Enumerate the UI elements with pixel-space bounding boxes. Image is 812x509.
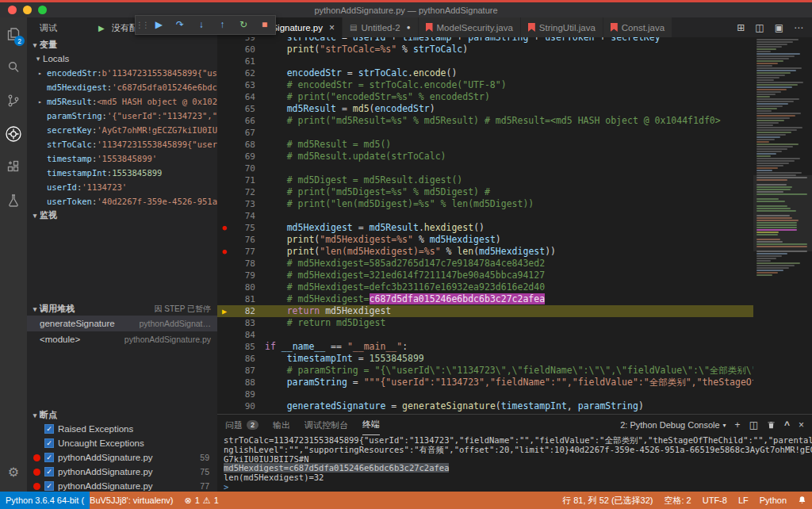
continue-icon[interactable]: ▶ <box>148 16 170 34</box>
tab-stringutil-java[interactable]: StringUtil.java <box>521 17 603 37</box>
call-stack-section-header[interactable]: ▾ 调用堆栈 因 STEP 已暂停 <box>27 302 217 316</box>
close-icon[interactable]: × <box>329 22 335 33</box>
code-area[interactable]: 59 strToCalc = userId + timestamp + para… <box>217 37 753 414</box>
new-terminal-icon[interactable]: + <box>735 419 741 431</box>
stack-frame-row[interactable]: <module>pythonAddSignature.py <box>27 331 217 347</box>
step-over-icon[interactable]: ↷ <box>170 16 191 34</box>
code-line: 83 # return md5Digest <box>217 317 753 329</box>
variable-row[interactable]: paramString: '{"userId":"1134723","f… <box>27 109 217 123</box>
terminal-selector[interactable]: 2: Python Debug Console ▾ <box>620 420 726 430</box>
restart-icon[interactable]: ↻ <box>233 16 255 34</box>
cursor-position-item[interactable]: 行 81, 列 52 (已选择32) <box>557 492 658 509</box>
stop-icon[interactable]: ■ <box>254 16 275 34</box>
source-control-icon[interactable] <box>0 84 27 117</box>
more-actions-icon[interactable]: ⋯ <box>794 22 803 33</box>
split-terminal-icon[interactable]: ◫ <box>749 419 758 431</box>
minimap-viewport[interactable] <box>753 175 812 251</box>
extensions-icon[interactable] <box>0 151 27 184</box>
variable-row[interactable]: userToken: '40d2267f-359e-4526-951a-… <box>27 194 217 209</box>
step-out-icon[interactable]: ↑ <box>212 16 233 34</box>
breakpoints-list: ✓Raised Exceptions✓Uncaught Exceptions✓p… <box>27 422 217 492</box>
debug-icon[interactable] <box>0 117 27 151</box>
close-window-button[interactable] <box>8 6 17 14</box>
close-panel-icon[interactable]: × <box>799 419 804 431</box>
variable-row[interactable]: userId: '1134723' <box>27 180 217 194</box>
test-beaker-icon[interactable] <box>0 184 27 217</box>
glyph-margin <box>217 365 232 377</box>
notifications-bell-icon[interactable] <box>792 492 812 509</box>
variable-name: strToCalc <box>47 140 92 149</box>
eol-item[interactable]: LF <box>733 492 754 509</box>
panel-tab-terminal[interactable]: 终端 <box>362 415 380 435</box>
minimap[interactable] <box>753 37 812 414</box>
breakpoints-section-header[interactable]: ▾ 断点 <box>27 408 217 422</box>
frame-source: pythonAddSignat… <box>140 319 211 328</box>
open-changes-icon[interactable]: ⊞ <box>737 22 745 33</box>
glyph-margin <box>217 139 232 151</box>
error-icon: ⊗ <box>185 496 192 506</box>
start-debug-icon[interactable]: ▶ <box>98 24 105 33</box>
breakpoint-checkbox[interactable]: ✓ <box>44 424 54 434</box>
variable-row[interactable]: secretKey: 'AyGt7ohMR!gECZG7kiIU0IU… <box>27 123 217 137</box>
debug-console-output[interactable]: strToCalc=11347231553845899{"userId":"11… <box>217 435 812 492</box>
tab-modelsecurity-java[interactable]: ModelSecurity.java <box>419 17 521 37</box>
drag-handle-icon[interactable]: ⋮⋮ <box>136 21 148 29</box>
minimap-line <box>756 158 800 159</box>
line-number: 67 <box>232 127 265 139</box>
minimap-line <box>756 139 775 140</box>
panel-tab-problems[interactable]: 问题 2 <box>225 415 259 435</box>
breakpoint-icon[interactable]: ● <box>217 222 232 234</box>
variables-scope-locals[interactable]: ▾ Locals <box>27 52 217 66</box>
language-mode-item[interactable]: Python <box>754 492 792 509</box>
variable-row[interactable]: ▸encodedStr: b'11347231553845899{"use… <box>27 66 217 80</box>
settings-gear-icon[interactable]: ⚙ <box>0 455 27 488</box>
step-into-icon[interactable]: ↓ <box>190 16 212 34</box>
zoom-window-button[interactable] <box>38 6 47 14</box>
breakpoint-row[interactable]: ✓Uncaught Exceptions <box>27 436 217 450</box>
explorer-icon[interactable]: 2 <box>0 17 27 51</box>
problems-status-item[interactable]: ⊗ 1 ⚠ 1 <box>179 492 224 509</box>
minimap-line <box>756 115 795 117</box>
tab-untitled-2[interactable]: ▤Untitled-2● <box>343 17 419 37</box>
encoding-item[interactable]: UTF-8 <box>697 492 733 509</box>
breakpoint-checkbox[interactable]: ✓ <box>44 453 54 462</box>
code-text: encodedStr = strToCalc.encode() <box>265 67 753 79</box>
python-interpreter-item[interactable]: Python 3.6.4 64-bit ( <box>0 492 90 509</box>
stack-frame-row[interactable]: generateSignaturepythonAddSignat… <box>27 316 217 331</box>
maximize-panel-icon[interactable]: ^ <box>784 419 790 431</box>
breakpoint-checkbox[interactable]: ✓ <box>44 438 54 448</box>
variable-row[interactable]: timestamp: '1553845899' <box>27 151 217 166</box>
variable-row[interactable]: md5Hexdigest: 'c687d5dfa015246e6bdc6… <box>27 80 217 94</box>
watch-section-header[interactable]: ▾ 监视 <box>27 209 217 222</box>
split-editor-icon[interactable]: ◫ <box>755 22 764 33</box>
debug-view-title: 调试 <box>40 22 57 34</box>
kill-terminal-icon[interactable] <box>767 420 776 430</box>
indentation-item[interactable]: 空格: 2 <box>659 492 697 509</box>
breakpoint-row[interactable]: ✓pythonAddSignature.py77 <box>27 479 217 492</box>
panel-tab-output[interactable]: 输出 <box>273 415 290 435</box>
variables-section-header[interactable]: ▾ 变量 <box>27 38 217 52</box>
variable-row[interactable]: strToCalc: '11347231553845899{"userI… <box>27 137 217 151</box>
breakpoint-row[interactable]: ✓Raised Exceptions <box>27 422 217 436</box>
minimap-line <box>756 124 773 126</box>
layout-icon[interactable]: ▣ <box>775 22 783 33</box>
variable-name: timestamp <box>47 154 92 163</box>
editor[interactable]: 59 strToCalc = userId + timestamp + para… <box>217 37 812 414</box>
breakpoint-checkbox[interactable]: ✓ <box>44 481 54 491</box>
minimize-window-button[interactable] <box>23 6 32 14</box>
variable-row[interactable]: ▸md5Result: <md5 HASH object @ 0x1026… <box>27 94 217 109</box>
line-number: 66 <box>232 115 265 127</box>
breakpoint-checkbox[interactable]: ✓ <box>44 467 54 476</box>
minimap-line <box>756 63 778 64</box>
virtualenv-item[interactable]: BuV5JJj8': virtualenv) <box>90 492 178 509</box>
line-number: 60 <box>232 44 265 55</box>
tab-const-java[interactable]: Const.java <box>603 17 672 37</box>
breakpoint-row[interactable]: ✓pythonAddSignature.py59 <box>27 450 217 465</box>
search-icon[interactable] <box>0 51 27 84</box>
variable-value: '40d2267f-359e-4526-951a-… <box>97 197 217 206</box>
panel-tab-debug-console[interactable]: 调试控制台 <box>304 415 348 435</box>
breakpoint-icon[interactable]: ● <box>217 246 232 258</box>
breakpoint-row[interactable]: ✓pythonAddSignature.py75 <box>27 465 217 479</box>
variable-row[interactable]: timestampInt: 1553845899 <box>27 166 217 180</box>
variable-value: '11347231553845899{"userI… <box>97 140 217 149</box>
